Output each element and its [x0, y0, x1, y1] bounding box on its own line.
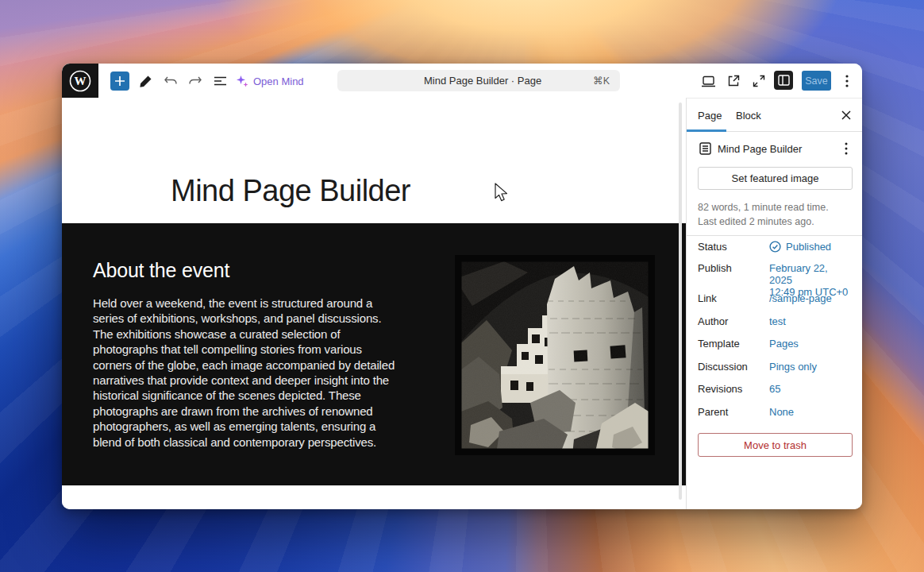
settings-panel-toggle[interactable]	[774, 71, 793, 90]
open-mind-label: Open Mind	[253, 75, 304, 87]
author-row: Author test	[698, 315, 853, 331]
page-title-block[interactable]: Mind Page Builder	[171, 174, 410, 208]
check-circle-icon	[769, 241, 781, 253]
redo-arrow-icon	[188, 75, 202, 87]
link-label: Link	[698, 292, 717, 304]
set-featured-image-button[interactable]: Set featured image	[698, 167, 853, 190]
status-value-button[interactable]: Published	[769, 241, 831, 253]
document-icon	[699, 142, 711, 155]
move-to-trash-button[interactable]: Move to trash	[698, 433, 853, 457]
close-sidebar-button[interactable]	[837, 106, 856, 125]
discussion-value-button[interactable]: Pings only	[769, 361, 817, 373]
wordpress-logo[interactable]: W	[62, 64, 98, 98]
close-icon	[841, 110, 851, 120]
sparkle-icon	[236, 75, 248, 87]
list-view-icon	[214, 75, 227, 87]
panel-divider	[687, 235, 862, 236]
revisions-row: Revisions 65	[698, 383, 853, 399]
kebab-menu-icon	[845, 75, 849, 87]
section-paragraph[interactable]: Held over a weekend, the event is struct…	[93, 296, 396, 450]
pencil-icon	[139, 75, 152, 88]
template-label: Template	[698, 338, 740, 350]
document-title: Mind Page Builder · Page	[337, 75, 593, 87]
discussion-label: Discussion	[698, 361, 748, 373]
canvas-scrollbar[interactable]	[679, 102, 682, 500]
list-view-button[interactable]	[210, 72, 229, 91]
kebab-menu-icon	[845, 142, 848, 155]
editor-canvas: Mind Page Builder About the event Held o…	[62, 98, 686, 509]
last-edited-text: Last edited 2 minutes ago.	[698, 216, 814, 227]
page-actions-menu-button[interactable]	[837, 139, 856, 158]
publish-label: Publish	[698, 262, 732, 274]
parent-value-button[interactable]: None	[769, 406, 794, 418]
template-value-button[interactable]: Pages	[769, 338, 799, 350]
add-block-button[interactable]	[110, 72, 129, 91]
revisions-value-button[interactable]: 65	[769, 383, 780, 395]
undo-button[interactable]	[161, 72, 180, 91]
command-palette-bar[interactable]: Mind Page Builder · Page ⌘K	[337, 70, 620, 91]
undo-arrow-icon	[164, 75, 178, 87]
edit-mode-button[interactable]	[136, 72, 155, 91]
section-heading[interactable]: About the event	[93, 259, 229, 282]
status-row: Status Published	[698, 241, 853, 257]
author-value-button[interactable]: test	[769, 315, 786, 327]
word-count-text: 82 words, 1 minute read time.	[698, 202, 829, 213]
svg-text:W: W	[75, 75, 87, 87]
discussion-row: Discussion Pings only	[698, 361, 853, 377]
publish-row: Publish February 22, 2025 12:49 pm UTC+0	[698, 262, 853, 278]
fullscreen-button[interactable]	[749, 72, 768, 91]
about-event-section: About the event Held over a weekend, the…	[62, 223, 686, 485]
sidebar-panel-icon	[778, 75, 790, 86]
tab-page[interactable]: Page	[698, 99, 722, 132]
plus-icon	[114, 75, 125, 87]
link-row: Link /sample-page	[698, 292, 853, 308]
open-mind-button[interactable]: Open Mind	[236, 72, 304, 91]
status-label: Status	[698, 241, 727, 253]
cliff-dwellings-image	[455, 255, 655, 455]
redo-button[interactable]	[186, 72, 205, 91]
tab-block[interactable]: Block	[736, 99, 761, 132]
settings-sidebar: Page Block Mind Page Builder	[686, 98, 862, 509]
options-menu-button[interactable]	[837, 72, 857, 91]
template-row: Template Pages	[698, 338, 853, 354]
save-button[interactable]: Save	[802, 71, 831, 91]
cliff-dwellings-photo[interactable]	[455, 255, 655, 455]
author-label: Author	[698, 315, 728, 327]
editor-toolbar: W	[62, 64, 862, 98]
revisions-label: Revisions	[698, 383, 742, 395]
link-value-button[interactable]: /sample-page	[769, 292, 832, 304]
desktop: W	[0, 0, 924, 572]
parent-row: Parent None	[698, 406, 853, 422]
page-summary-row: Mind Page Builder	[687, 132, 862, 165]
laptop-icon	[701, 75, 716, 87]
wordpress-editor-window: W	[62, 64, 862, 509]
wordpress-logo-icon: W	[68, 69, 92, 93]
view-options-button[interactable]	[699, 72, 718, 91]
parent-label: Parent	[698, 406, 728, 418]
expand-icon	[753, 75, 765, 87]
page-summary-title: Mind Page Builder	[718, 143, 802, 155]
external-link-icon	[727, 75, 740, 87]
command-shortcut: ⌘K	[593, 75, 620, 87]
sidebar-tabs: Page Block	[687, 99, 862, 132]
preview-external-button[interactable]	[724, 72, 743, 91]
